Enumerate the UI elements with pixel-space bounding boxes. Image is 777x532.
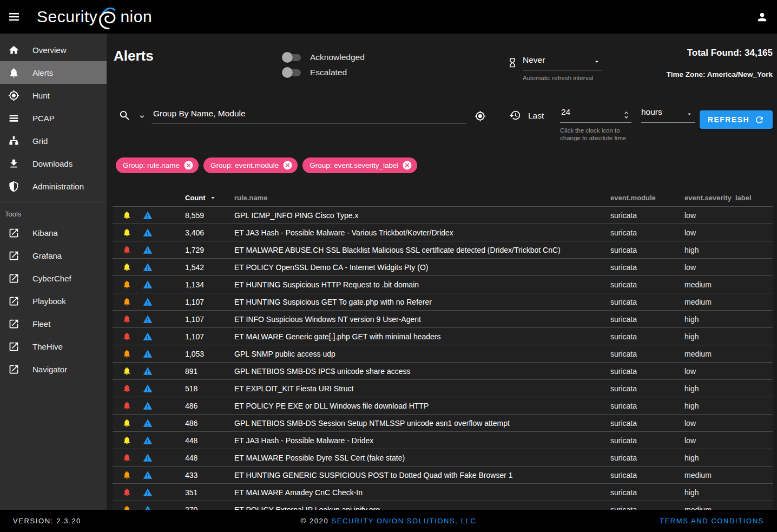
- acknowledge-bell-icon[interactable]: [122, 349, 131, 358]
- table-row[interactable]: 1,107 ET INFO Suspicious Windows NT vers…: [113, 310, 773, 327]
- company-link[interactable]: SECURITY ONION SOLUTIONS, LLC: [332, 517, 477, 525]
- chip-close-icon[interactable]: [282, 160, 293, 170]
- acknowledge-bell-icon[interactable]: [122, 384, 131, 393]
- alert-warning-triangle-icon[interactable]: [143, 314, 153, 324]
- acknowledge-bell-icon[interactable]: [122, 470, 131, 480]
- escalated-toggle[interactable]: Escalated: [283, 65, 365, 80]
- refresh-button[interactable]: REFRESH: [700, 110, 773, 129]
- alert-warning-triangle-icon[interactable]: [143, 332, 153, 341]
- alert-warning-triangle-icon[interactable]: [143, 436, 153, 445]
- alert-warning-triangle-icon[interactable]: [143, 262, 153, 272]
- acknowledge-bell-icon[interactable]: [122, 332, 131, 341]
- sidebar-nav: Overview Alerts Hunt PCAP: [0, 38, 107, 198]
- column-header-rule-name[interactable]: rule.name: [234, 194, 610, 202]
- acknowledge-bell-icon[interactable]: [122, 245, 131, 254]
- alert-count: 1,107: [166, 298, 234, 306]
- table-row[interactable]: 518 ET EXPLOIT_KIT Fiesta URI Struct sur…: [113, 379, 773, 397]
- acknowledge-bell-icon[interactable]: [122, 401, 131, 410]
- alert-warning-triangle-icon[interactable]: [143, 488, 153, 497]
- sidebar-item[interactable]: Downloads: [0, 152, 107, 175]
- table-row[interactable]: 1,107 ET HUNTING Suspicious GET To gate.…: [113, 293, 773, 310]
- alert-warning-triangle-icon[interactable]: [143, 349, 153, 359]
- acknowledge-bell-icon[interactable]: [122, 436, 131, 445]
- alert-warning-triangle-icon[interactable]: [143, 418, 153, 428]
- group-filter-chip[interactable]: Group: event.severity_label: [302, 157, 417, 173]
- sidebar-item[interactable]: PCAP: [0, 107, 107, 129]
- quick-actions-target-icon[interactable]: [475, 110, 486, 122]
- table-row[interactable]: 448 ET MALWARE Possible Dyre SSL Cert (f…: [113, 449, 773, 466]
- acknowledged-toggle[interactable]: Acknowledged: [283, 50, 365, 65]
- alert-warning-triangle-icon[interactable]: [143, 366, 153, 376]
- alert-warning-triangle-icon[interactable]: [143, 453, 153, 463]
- time-unit-select[interactable]: hours: [641, 107, 695, 123]
- column-header-severity-label[interactable]: event.severity_label: [684, 194, 773, 202]
- acknowledge-bell-icon[interactable]: [122, 297, 131, 306]
- acknowledge-bell-icon[interactable]: [122, 262, 131, 272]
- refresh-interval-select[interactable]: Never: [523, 55, 602, 70]
- sidebar-item[interactable]: Overview: [0, 38, 107, 61]
- table-row[interactable]: 486 GPL NETBIOS SMB-DS Session Setup NTM…: [113, 414, 773, 431]
- alert-warning-triangle-icon[interactable]: [143, 505, 153, 510]
- table-row[interactable]: 1,729 ET MALWARE ABUSE.CH SSL Blacklist …: [113, 241, 773, 258]
- sidebar-tool-item[interactable]: Navigator: [0, 358, 107, 380]
- column-header-event-module[interactable]: event.module: [610, 194, 684, 202]
- history-clock-icon[interactable]: [509, 109, 521, 121]
- sidebar-tool-item[interactable]: CyberChef: [0, 267, 107, 290]
- sidebar-item[interactable]: Grid: [0, 129, 107, 152]
- acknowledge-bell-icon[interactable]: [122, 228, 131, 237]
- table-row[interactable]: 433 ET HUNTING GENERIC SUSPICIOUS POST t…: [113, 466, 773, 483]
- user-account-icon[interactable]: [756, 11, 768, 23]
- alert-severity-label: high: [684, 488, 773, 497]
- acknowledge-bell-icon[interactable]: [122, 453, 131, 462]
- query-history-chevron-icon[interactable]: [138, 113, 146, 121]
- toggle-switch[interactable]: [283, 69, 301, 76]
- chip-close-icon[interactable]: [183, 160, 194, 170]
- table-row[interactable]: 1,053 GPL SNMP public access udp suricat…: [113, 345, 773, 362]
- table-row[interactable]: 448 ET JA3 Hash - Possible Malware - Dri…: [113, 431, 773, 449]
- table-row[interactable]: 3,406 ET JA3 Hash - Possible Malware - V…: [113, 224, 773, 241]
- search-icon[interactable]: [118, 109, 131, 122]
- alert-warning-triangle-icon[interactable]: [143, 297, 153, 307]
- sidebar-tool-item[interactable]: Playbook: [0, 290, 107, 312]
- table-row[interactable]: 891 GPL NETBIOS SMB-DS IPC$ unicode shar…: [113, 362, 773, 379]
- table-row[interactable]: 270 ET POLICY External IP Lookup api.ipi…: [113, 501, 773, 510]
- table-row[interactable]: 8,559 GPL ICMP_INFO PING Cisco Type.x su…: [113, 206, 773, 224]
- table-row[interactable]: 351 ET MALWARE Amadey CnC Check-In suric…: [113, 483, 773, 501]
- sidebar-item[interactable]: Administration: [0, 175, 107, 198]
- acknowledge-bell-icon[interactable]: [122, 280, 131, 289]
- alert-warning-triangle-icon[interactable]: [143, 245, 153, 255]
- acknowledge-bell-icon[interactable]: [122, 505, 131, 510]
- sidebar-tool-item[interactable]: Grafana: [0, 244, 107, 267]
- alert-warning-triangle-icon[interactable]: [143, 384, 153, 393]
- sidebar-item[interactable]: Hunt: [0, 84, 107, 107]
- table-row[interactable]: 1,542 ET POLICY OpenSSL Demo CA - Intern…: [113, 258, 773, 275]
- chip-close-icon[interactable]: [402, 160, 412, 170]
- acknowledge-bell-icon[interactable]: [122, 211, 131, 220]
- sidebar-tool-item[interactable]: Kibana: [0, 221, 107, 244]
- acknowledge-bell-icon[interactable]: [122, 488, 131, 497]
- alert-warning-triangle-icon[interactable]: [143, 401, 153, 411]
- terms-and-conditions-link[interactable]: TERMS AND CONDITIONS: [660, 517, 764, 525]
- sidebar-item[interactable]: Alerts: [0, 61, 107, 84]
- group-filter-chip[interactable]: Group: event.module: [203, 157, 298, 173]
- time-stepper-icon[interactable]: [622, 110, 631, 120]
- alert-warning-triangle-icon[interactable]: [143, 280, 153, 290]
- acknowledge-bell-icon[interactable]: [122, 366, 131, 376]
- group-filter-chip[interactable]: Group: rule.name: [116, 157, 199, 173]
- relative-time-input[interactable]: [560, 107, 631, 123]
- sidebar-item-icon: [8, 135, 19, 147]
- toggle-switch[interactable]: [283, 54, 301, 61]
- table-row[interactable]: 486 ET POLICY PE EXE or DLL Windows file…: [113, 397, 773, 414]
- search-input[interactable]: [152, 107, 466, 123]
- acknowledge-bell-icon[interactable]: [122, 314, 131, 324]
- alert-warning-triangle-icon[interactable]: [143, 211, 153, 220]
- alert-warning-triangle-icon[interactable]: [143, 228, 153, 238]
- column-header-count[interactable]: Count: [166, 194, 234, 202]
- sidebar-tool-item[interactable]: TheHive: [0, 335, 107, 358]
- sidebar-tool-item[interactable]: Fleet: [0, 312, 107, 335]
- table-row[interactable]: 1,107 ET MALWARE Generic gate[.].php GET…: [113, 327, 773, 345]
- table-row[interactable]: 1,134 ET HUNTING Suspicious HTTP Request…: [113, 275, 773, 293]
- hamburger-menu-icon[interactable]: [8, 10, 21, 23]
- acknowledge-bell-icon[interactable]: [122, 418, 131, 428]
- alert-warning-triangle-icon[interactable]: [143, 470, 153, 480]
